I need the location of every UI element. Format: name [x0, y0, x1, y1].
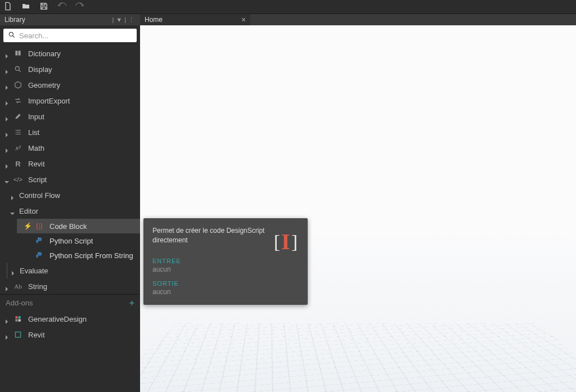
save-icon[interactable] [39, 2, 48, 12]
codeblock-icon: [|] [35, 222, 44, 231]
svg-point-3 [38, 253, 39, 253]
library-menu-icon[interactable]: ⋮ [128, 16, 134, 24]
subcat-label: Control Flow [19, 191, 136, 200]
cat-label: Script [28, 175, 136, 184]
workspace-grid [140, 323, 576, 392]
subcat-evaluate[interactable]: Evaluate [7, 263, 140, 278]
svg-point-0 [9, 32, 13, 36]
tooltip-input-value: aucun [152, 265, 299, 273]
library-sidebar: Dictionary Display Geometry ImportExport [0, 25, 140, 392]
search-icon [8, 31, 16, 40]
node-label: Python Script From String [50, 251, 133, 260]
pencil-icon [14, 112, 22, 120]
codeblock-large-icon: [I] [274, 228, 298, 255]
top-toolbar [0, 0, 576, 14]
cat-label: Dictionary [28, 49, 136, 58]
python-icon [35, 237, 44, 245]
node-code-block[interactable]: ⚡ [|] Code Block [17, 219, 140, 233]
chevron-right-icon [4, 67, 8, 71]
library-sort-icon[interactable]: | [112, 16, 114, 23]
chevron-right-icon [4, 317, 8, 321]
main-area: Dictionary Display Geometry ImportExport [0, 25, 576, 392]
magnify-icon [14, 65, 22, 73]
cat-script[interactable]: </> Script [0, 172, 140, 187]
search-input-wrapper[interactable] [3, 29, 137, 42]
library-filter-icon[interactable]: ▼ [116, 16, 122, 23]
subcat-control-flow[interactable]: Control Flow [0, 187, 140, 203]
code-icon: </> [14, 176, 22, 183]
search-input[interactable] [19, 31, 132, 40]
svg-rect-7 [19, 319, 21, 322]
chevron-right-icon [11, 269, 14, 272]
cat-dictionary[interactable]: Dictionary [0, 46, 140, 61]
node-python-script-from-string[interactable]: ⚡ Python Script From String [17, 248, 140, 263]
addon-generativedesign[interactable]: GenerativeDesign [0, 311, 140, 327]
subcat-label: Evaluate [20, 267, 136, 275]
node-label: Python Script [50, 237, 93, 245]
tooltip-output-value: aucun [152, 288, 299, 296]
chevron-right-icon [10, 193, 14, 197]
library-sort2-icon[interactable]: | [124, 16, 126, 23]
cube-icon [14, 81, 22, 89]
workspace-viewport[interactable]: Permet de créer le code DesignScript dir… [140, 25, 576, 392]
plus-icon[interactable]: + [129, 298, 134, 308]
chevron-right-icon [4, 162, 8, 165]
cat-importexport[interactable]: ImportExport [0, 93, 140, 109]
cat-input[interactable]: Input [0, 109, 140, 124]
node-tooltip: Permet de créer le code DesignScript dir… [143, 218, 308, 305]
close-icon[interactable]: × [241, 15, 246, 24]
addon-label: GenerativeDesign [28, 315, 136, 323]
svg-point-1 [15, 66, 19, 70]
tab-home[interactable]: Home × [140, 14, 250, 25]
node-label: Code Block [50, 222, 87, 231]
swap-icon [14, 97, 22, 105]
cat-string[interactable]: Ab String [0, 278, 140, 294]
chevron-right-icon [4, 285, 8, 288]
addons-header: Add-ons + [0, 294, 140, 311]
cat-label: List [28, 128, 136, 137]
revit-icon: R [14, 160, 22, 168]
subcat-label: Editor [19, 207, 136, 215]
chevron-right-icon [4, 333, 8, 336]
cat-label: String [28, 282, 136, 291]
math-icon: x² [14, 145, 22, 151]
cat-display[interactable]: Display [0, 61, 140, 77]
gd-icon [14, 315, 22, 323]
svg-point-2 [38, 238, 39, 238]
cat-label: Geometry [28, 81, 136, 89]
python-icon [35, 251, 44, 259]
addon-revit[interactable]: Revit [0, 327, 140, 343]
tooltip-output-label: SORTIE [152, 280, 299, 287]
node-python-script[interactable]: ⚡ Python Script [17, 233, 140, 248]
book-icon [14, 49, 22, 57]
file-new-icon[interactable] [3, 2, 12, 12]
subcat-editor[interactable]: Editor [0, 203, 140, 219]
cat-revit[interactable]: R Revit [0, 156, 140, 172]
redo-icon[interactable] [75, 2, 84, 12]
cat-geometry[interactable]: Geometry [0, 77, 140, 93]
revit-blue-icon [14, 331, 22, 339]
svg-rect-4 [15, 316, 17, 318]
chevron-right-icon [4, 130, 8, 134]
tooltip-input-label: ENTREE [152, 258, 299, 264]
cat-label: ImportExport [28, 97, 136, 105]
chevron-down-icon [10, 209, 14, 213]
cat-list[interactable]: List [0, 124, 140, 140]
tab-label: Home [145, 16, 163, 24]
chevron-down-icon [4, 178, 8, 181]
chevron-right-icon [4, 115, 8, 118]
list-icon [14, 128, 22, 136]
undo-icon[interactable] [57, 2, 66, 12]
cat-math[interactable]: x² Math [0, 140, 140, 156]
cat-label: Display [28, 65, 136, 74]
ab-icon: Ab [14, 283, 22, 290]
library-tree: Dictionary Display Geometry ImportExport [0, 46, 140, 392]
library-header: Library | ▼ | ⋮ [0, 14, 140, 25]
library-title: Library [4, 16, 25, 24]
chevron-right-icon [4, 99, 8, 102]
chevron-right-icon [4, 83, 8, 87]
svg-rect-8 [15, 332, 20, 337]
svg-rect-5 [19, 316, 21, 318]
file-open-icon[interactable] [21, 2, 30, 12]
addons-title: Add-ons [6, 299, 33, 307]
